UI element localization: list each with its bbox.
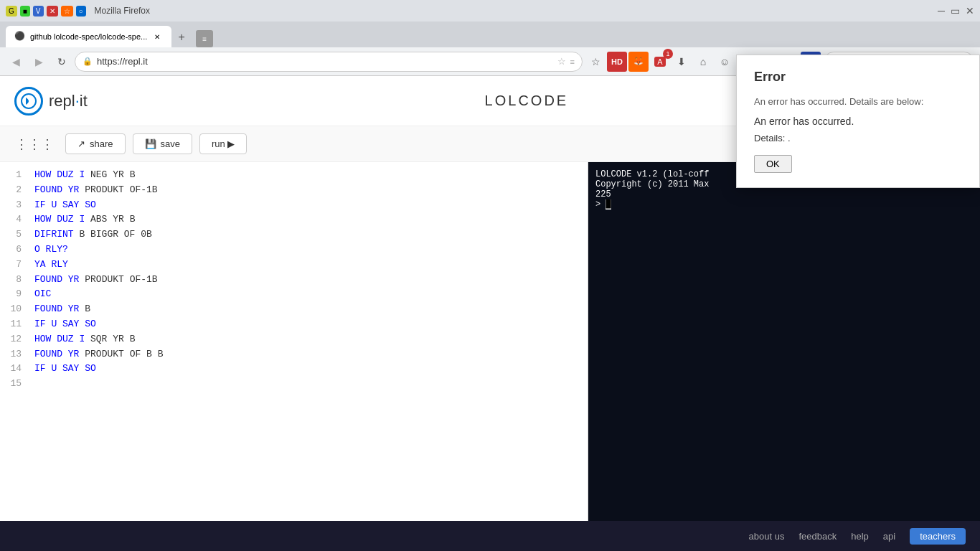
footer-link-help[interactable]: help bbox=[851, 531, 869, 542]
line-num-11: 11 bbox=[0, 317, 22, 332]
title-bar-icons: G ■ V ✕ ☆ ○ bbox=[6, 6, 86, 17]
error-details: Details: . bbox=[754, 133, 962, 143]
line-num-2: 2 bbox=[0, 183, 22, 198]
save-label: save bbox=[161, 138, 180, 149]
footer-link-feedback[interactable]: feedback bbox=[798, 531, 837, 542]
title-bar-text: Mozilla Firefox bbox=[95, 6, 936, 16]
download-icon[interactable]: ⬇ bbox=[672, 52, 692, 72]
tab-bar: ⚫ github lolcode-spec/lolcode-spe... ✕ +… bbox=[0, 22, 980, 47]
close-button[interactable]: ✕ bbox=[966, 5, 974, 17]
workspace: 1 2 3 4 5 6 7 8 9 10 11 12 13 14 15 HOW … bbox=[0, 162, 980, 521]
line-num-6: 6 bbox=[0, 242, 22, 258]
code-line-12: HOW DUZ I SQR YR B bbox=[34, 332, 588, 347]
line-num-14: 14 bbox=[0, 362, 22, 377]
error-dialog: Error An error has occurred. Details are… bbox=[736, 55, 980, 188]
footer: about us feedback help api teachers bbox=[0, 521, 980, 551]
error-title: Error bbox=[754, 70, 962, 85]
tab-title: github lolcode-spec/lolcode-spe... bbox=[30, 32, 147, 41]
line-num-5: 5 bbox=[0, 227, 22, 242]
footer-link-about[interactable]: about us bbox=[749, 531, 785, 542]
forward-button[interactable]: ▶ bbox=[29, 52, 49, 72]
reader-icon[interactable]: ≡ bbox=[570, 57, 575, 66]
sync-icon[interactable]: ☺ bbox=[715, 52, 735, 72]
lock-icon: 🔒 bbox=[83, 57, 93, 66]
window-controls[interactable]: ─ ▭ ✕ bbox=[938, 5, 974, 17]
terminal[interactable]: LOLCODE v1.2 (lol-coff Copyright (c) 201… bbox=[588, 162, 980, 521]
code-line-2: FOUND YR PRODUKT OF-1B bbox=[34, 183, 588, 198]
code-line-8: FOUND YR PRODUKT OF-1B bbox=[34, 273, 588, 288]
line-num-15: 15 bbox=[0, 377, 22, 392]
code-line-14: IF U SAY SO bbox=[34, 362, 588, 377]
line-num-3: 3 bbox=[0, 198, 22, 213]
back-button[interactable]: ◀ bbox=[6, 52, 26, 72]
system-icon-6: ○ bbox=[76, 6, 86, 17]
logo-text: repl·it bbox=[49, 92, 88, 110]
code-line-10: FOUND YR B bbox=[34, 302, 588, 317]
home-icon[interactable]: ⌂ bbox=[693, 52, 713, 72]
error-subtitle: An error has occurred. Details are below… bbox=[754, 96, 962, 107]
bookmark-icon[interactable]: ☆ bbox=[585, 52, 606, 72]
system-icon-5: ☆ bbox=[61, 6, 73, 17]
tab-extra-icon: ≡ bbox=[196, 30, 213, 47]
browser-title-bar: G ■ V ✕ ☆ ○ Mozilla Firefox ─ ▭ ✕ bbox=[0, 0, 980, 22]
bookmark-star-icon[interactable]: ☆ bbox=[557, 56, 566, 67]
active-tab[interactable]: ⚫ github lolcode-spec/lolcode-spe... ✕ bbox=[6, 26, 171, 47]
line-num-8: 8 bbox=[0, 273, 22, 288]
line-num-13: 13 bbox=[0, 347, 22, 362]
system-icon-2: ■ bbox=[20, 6, 30, 17]
code-lines: 1 2 3 4 5 6 7 8 9 10 11 12 13 14 15 HOW … bbox=[0, 162, 588, 521]
terminal-prompt: > █ bbox=[595, 199, 973, 209]
footer-link-api[interactable]: api bbox=[883, 531, 895, 542]
history-icon[interactable]: HD bbox=[607, 52, 627, 72]
system-icon-3: V bbox=[33, 6, 44, 17]
code-line-1: HOW DUZ I NEG YR B bbox=[34, 168, 588, 183]
code-line-6: O RLY? bbox=[34, 242, 588, 258]
code-line-7: YA RLY bbox=[34, 258, 588, 273]
code-content[interactable]: HOW DUZ I NEG YR B FOUND YR PRODUKT OF-1… bbox=[29, 168, 588, 515]
save-icon: 💾 bbox=[145, 138, 156, 149]
terminal-line-3: 225 bbox=[595, 189, 973, 199]
share-icon: ↗ bbox=[77, 138, 85, 149]
system-icon-4: ✕ bbox=[47, 6, 58, 17]
line-num-10: 10 bbox=[0, 302, 22, 317]
code-line-11: IF U SAY SO bbox=[34, 317, 588, 332]
line-num-12: 12 bbox=[0, 332, 22, 347]
menu-button[interactable]: ⋮⋮⋮ bbox=[11, 135, 58, 154]
code-line-5: DIFRINT B BIGGR OF 0B bbox=[34, 227, 588, 242]
system-icon-1: G bbox=[6, 6, 17, 17]
fox-icon[interactable]: 🦊 bbox=[628, 52, 649, 72]
run-button[interactable]: run ▶ bbox=[199, 133, 247, 154]
refresh-button[interactable]: ↻ bbox=[52, 52, 72, 72]
address-bar[interactable]: 🔒 https://repl.it ☆ ≡ bbox=[75, 52, 583, 72]
maximize-button[interactable]: ▭ bbox=[951, 5, 960, 17]
line-num-1: 1 bbox=[0, 168, 22, 183]
footer-link-teachers[interactable]: teachers bbox=[910, 528, 966, 545]
tab-close-button[interactable]: ✕ bbox=[151, 31, 163, 42]
share-button[interactable]: ↗ share bbox=[65, 133, 126, 154]
code-line-3: IF U SAY SO bbox=[34, 198, 588, 213]
share-label: share bbox=[90, 138, 113, 149]
line-num-9: 9 bbox=[0, 287, 22, 302]
line-num-4: 4 bbox=[0, 212, 22, 227]
run-label: run ▶ bbox=[212, 138, 235, 149]
error-ok-button[interactable]: OK bbox=[754, 155, 792, 173]
code-line-9: OIC bbox=[34, 287, 588, 302]
save-button[interactable]: 💾 save bbox=[133, 133, 192, 154]
code-line-13: FOUND YR PRODUKT OF B B bbox=[34, 347, 588, 362]
url-text: https://repl.it bbox=[97, 56, 553, 67]
logo-circle bbox=[14, 87, 43, 116]
line-num-7: 7 bbox=[0, 258, 22, 273]
tab-favicon: ⚫ bbox=[14, 31, 26, 42]
code-line-4: HOW DUZ I ABS YR B bbox=[34, 212, 588, 227]
line-numbers: 1 2 3 4 5 6 7 8 9 10 11 12 13 14 15 bbox=[0, 168, 29, 515]
code-editor: 1 2 3 4 5 6 7 8 9 10 11 12 13 14 15 HOW … bbox=[0, 162, 588, 521]
addon-icon[interactable]: A 1 bbox=[650, 52, 670, 72]
error-message: An error has occurred. bbox=[754, 116, 962, 127]
new-tab-button[interactable]: + bbox=[171, 27, 192, 47]
minimize-button[interactable]: ─ bbox=[938, 5, 945, 17]
replit-logo[interactable]: repl·it bbox=[14, 87, 88, 116]
